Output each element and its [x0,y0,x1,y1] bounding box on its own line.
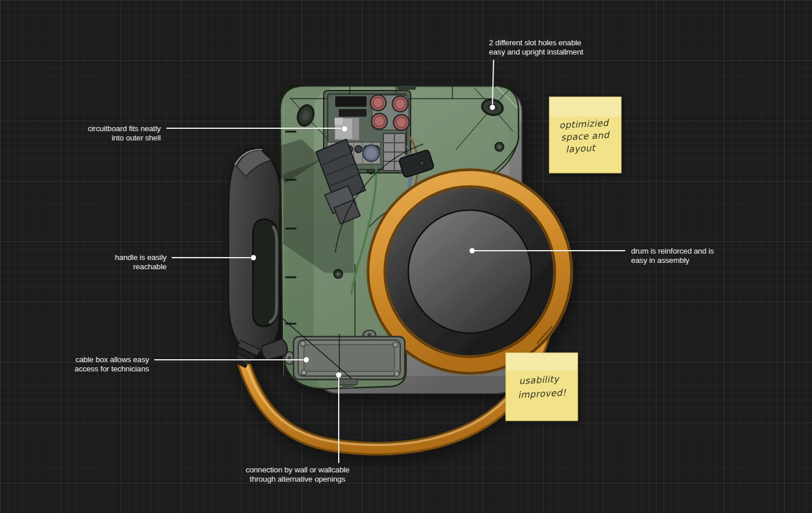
callout-dot [490,105,495,110]
callout-label: 2 different slot holes enable [489,38,581,47]
callout-dot [336,373,342,378]
callout-label: drum is reinforced and is [631,247,714,255]
cable-box-stub-2 [342,385,354,388]
drum-center [408,210,531,333]
cable-box-stub [339,379,357,385]
sticky-note-optimized: optimizied space and layout [549,97,621,173]
design-annotation-board: 2 different slot holes enable easy and u… [0,0,812,513]
callout-dot [342,127,347,132]
handle-grip-cutout [253,219,277,327]
note-text: layout [566,143,596,155]
chip-black-2 [339,109,367,117]
illustration-canvas: 2 different slot holes enable easy and u… [0,0,812,513]
callout-label: easy in assembly [631,256,690,265]
sticky-note-usability: usability improved! [506,353,578,421]
callout-label: access for technicians [75,364,150,373]
callout-dot [470,248,475,254]
callout-dot [251,255,256,261]
note-text: usability [519,374,560,386]
callout-dot [304,357,309,363]
callout-label: through alternative openings [250,475,346,483]
callout-label: connection by wall or wallcable [245,465,349,474]
callout-label: into outer shell [111,133,161,142]
shell-top-clip [398,85,415,89]
callout-label: cable box allows easy [75,355,150,364]
callout-label: circuitboard fits neatly [88,124,161,133]
chip-black-1 [335,96,367,107]
callout-label: easy and upright installment [489,48,583,56]
callout-label: reachable [133,262,167,271]
plug-handle [229,149,287,370]
callout-label: handle is easily [115,253,167,262]
round-capacitor [363,145,379,161]
